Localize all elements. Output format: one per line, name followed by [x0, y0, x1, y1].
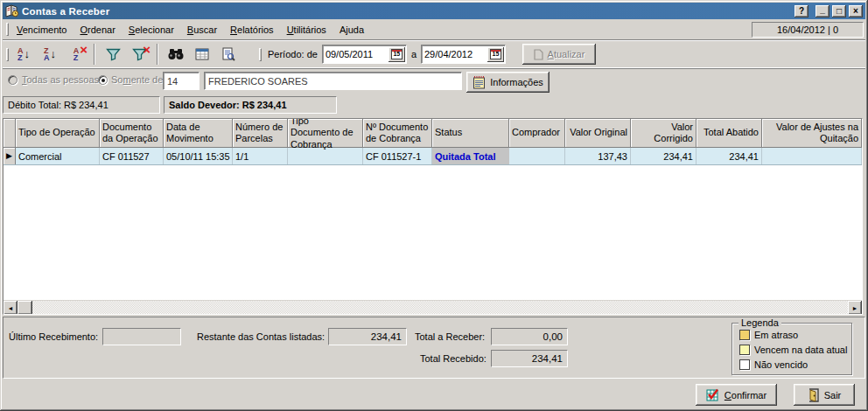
atualizar-button[interactable]: Atualizar	[522, 44, 596, 65]
toolbar-grip[interactable]	[6, 48, 9, 61]
radio-todas-label[interactable]: Todas as pessoas	[22, 74, 99, 85]
grid-window-icon	[195, 48, 209, 60]
radio-somente-label[interactable]: Somente de:	[111, 74, 165, 85]
toolbar-separator	[94, 44, 95, 65]
totals-row: Débito Total: R$ 234,41 Saldo Devedor: R…	[3, 96, 865, 115]
saldo-devedor-panel: Saldo Devedor: R$ 234,41	[164, 96, 337, 114]
ultimo-recebimento-label: Último Recebimento:	[9, 331, 98, 342]
col-num-doc-cobranca[interactable]: Nº Documento de Cobrança	[363, 119, 432, 148]
cell-data-movimento: 05/10/11 15:35	[164, 148, 233, 164]
restante-value: 234,41	[328, 328, 407, 345]
legend-title: Legenda	[738, 317, 781, 328]
sort-descending-button[interactable]: ZA ↓	[37, 43, 63, 66]
red-x-icon: ×	[143, 43, 150, 56]
col-valor-ajustes[interactable]: Valor de Ajustes na Quitação	[762, 119, 862, 148]
sair-button[interactable]: Sair	[794, 384, 855, 406]
table-row[interactable]: ▶ Comercial CF 011527 05/10/11 15:35 1/1…	[4, 148, 862, 165]
scrollbar-thumb[interactable]	[18, 301, 32, 315]
col-numero-parcelas[interactable]: Número de Parcelas	[233, 119, 288, 148]
person-filter-row: Todas as pessoas Somente de: Informações	[3, 70, 865, 94]
person-code-input[interactable]	[164, 73, 199, 89]
date-counter-panel: 16/04/2012 | 0	[752, 22, 864, 38]
notepad-icon	[472, 75, 486, 89]
menu-utilitarios[interactable]: Utilitários	[281, 22, 333, 38]
report-preview-button[interactable]	[215, 43, 242, 66]
periodo-grip[interactable]	[259, 48, 262, 61]
cell-tipo-operacao: Comercial	[16, 148, 100, 164]
calendar-button-de[interactable]: 15	[388, 47, 405, 62]
scroll-right-icon: ►	[852, 305, 858, 311]
row-pointer-icon: ▶	[6, 152, 12, 160]
title-bar: Contas a Receber ? _ □ ×	[3, 3, 865, 19]
col-total-abatido[interactable]: Total Abatido	[696, 119, 762, 148]
person-name-input[interactable]	[205, 73, 461, 89]
filter-button[interactable]	[100, 43, 126, 66]
menu-ajuda[interactable]: Ajuda	[333, 22, 371, 38]
legend-label: Vencem na data atual	[754, 345, 847, 355]
col-comprador[interactable]: Comprador	[509, 119, 565, 148]
down-arrow-icon: ↓	[24, 50, 31, 59]
scroll-left-icon: ◄	[8, 305, 14, 311]
find-button[interactable]	[163, 43, 189, 66]
legend-item-vencem-hoje: Vencem na data atual	[739, 345, 847, 355]
restante-label: Restante das Contas listadas:	[197, 331, 325, 342]
sort-ascending-button[interactable]: AZ ↓	[10, 43, 37, 66]
maximize-button[interactable]: □	[832, 5, 846, 17]
sort-za-icon: ZA	[44, 47, 50, 61]
help-button[interactable]: ?	[794, 5, 808, 17]
col-valor-corrigido[interactable]: Valor Corrigido	[631, 119, 696, 148]
periodo-a-input[interactable]	[423, 49, 487, 59]
clear-sort-button[interactable]: AZ ×	[63, 43, 89, 66]
calendar-button-a[interactable]: 15	[487, 47, 504, 62]
menu-relatorios[interactable]: Relatórios	[224, 22, 281, 38]
total-a-receber-value: 0,00	[491, 328, 568, 345]
maximize-icon: □	[836, 7, 842, 16]
col-data-movimento[interactable]: Data de Movimento	[164, 119, 233, 148]
menu-vencimento[interactable]: Vencimento	[10, 22, 74, 38]
informacoes-label: Informações	[490, 77, 543, 87]
col-valor-original[interactable]: Valor Original	[565, 119, 631, 148]
menu-ordenar[interactable]: Ordenar	[74, 22, 122, 38]
debito-total-panel: Débito Total: R$ 234,41	[3, 96, 160, 114]
close-button[interactable]: ×	[849, 5, 863, 17]
window-icon	[5, 4, 19, 17]
row-selector-cell: ▶	[4, 148, 16, 164]
ultimo-recebimento-value	[102, 328, 181, 345]
periodo-section: Período: de 15 a 15 Atualizar	[257, 44, 596, 65]
cell-status: Quitada Total	[432, 148, 509, 164]
minimize-button[interactable]: _	[816, 5, 830, 17]
periodo-de-input[interactable]	[324, 49, 388, 59]
legend-swatch-due-today	[739, 345, 750, 355]
confirmar-button[interactable]: Confirmar	[696, 384, 777, 406]
col-tipo-doc-cobranca[interactable]: Tipo Documento de Cobrança	[288, 119, 363, 148]
informacoes-button[interactable]: Informações	[466, 72, 550, 93]
summary-panel: Último Recebimento: Restante das Contas …	[3, 317, 865, 379]
toolbar-separator	[157, 44, 158, 65]
radio-todas-as-pessoas[interactable]	[8, 75, 18, 85]
periodo-a-field-wrap: 15	[421, 45, 506, 64]
col-documento-operacao[interactable]: Documento da Operação	[100, 119, 164, 148]
scroll-right-button[interactable]: ►	[848, 301, 862, 315]
filter-funnel-icon	[106, 48, 121, 61]
binoculars-icon	[168, 48, 184, 60]
scroll-left-button[interactable]: ◄	[4, 301, 18, 315]
legend-box: Legenda Em atraso Vencem na data atual N…	[732, 323, 852, 375]
cell-documento-operacao: CF 011527	[100, 148, 164, 164]
sair-label: Sair	[824, 390, 842, 401]
contas-grid: Tipo de Operação Documento da Operação D…	[3, 118, 863, 315]
legend-item-em-atraso: Em atraso	[739, 330, 798, 340]
menu-buscar[interactable]: Buscar	[181, 22, 224, 38]
cell-num-doc-cobranca: CF 011527-1	[363, 148, 432, 164]
clear-filter-button[interactable]: ×	[126, 43, 152, 66]
horizontal-scrollbar[interactable]: ◄ ►	[4, 300, 862, 314]
person-code-field-wrap	[163, 72, 200, 90]
cell-valor-ajustes	[762, 148, 862, 164]
grid-view-button[interactable]	[189, 43, 215, 66]
menu-grip[interactable]	[6, 23, 9, 36]
radio-somente-de[interactable]	[98, 75, 108, 85]
cell-numero-parcelas: 1/1	[233, 148, 288, 164]
col-status[interactable]: Status	[432, 119, 509, 148]
menu-selecionar[interactable]: Selecionar	[122, 22, 181, 38]
person-name-field-wrap	[204, 72, 462, 90]
col-tipo-operacao[interactable]: Tipo de Operação	[16, 119, 100, 148]
